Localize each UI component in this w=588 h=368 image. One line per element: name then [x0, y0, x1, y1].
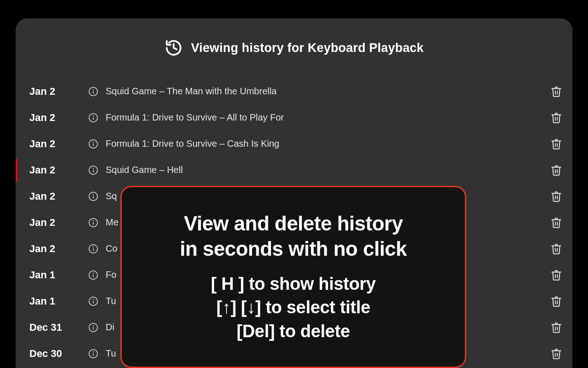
trash-icon[interactable]	[550, 295, 562, 307]
info-icon[interactable]	[88, 218, 106, 228]
history-title: Squid Game – Hell	[106, 165, 183, 175]
info-icon[interactable]	[88, 86, 106, 97]
history-title: Co	[106, 243, 118, 254]
info-icon[interactable]	[88, 270, 106, 280]
svg-point-7	[93, 115, 94, 116]
svg-point-12	[93, 141, 94, 142]
svg-point-17	[93, 167, 94, 168]
history-row[interactable]: Jan 2Formula 1: Drive to Survive – Cash …	[16, 131, 572, 157]
history-header: Viewing history for Keyboard Playback	[16, 39, 572, 57]
history-date: Jan 2	[29, 112, 88, 124]
svg-point-22	[93, 194, 94, 195]
history-title: Me	[106, 217, 119, 228]
history-row[interactable]: Jan 2Squid Game – Hell	[16, 157, 572, 183]
trash-icon[interactable]	[550, 190, 562, 202]
svg-point-52	[93, 351, 94, 352]
trash-icon[interactable]	[550, 86, 562, 98]
svg-point-27	[93, 220, 94, 221]
history-title: Sq	[106, 191, 117, 201]
trash-icon[interactable]	[550, 164, 562, 176]
info-icon[interactable]	[88, 244, 106, 254]
history-date: Jan 2	[29, 86, 88, 98]
history-title: Fo	[106, 270, 116, 280]
page-title: Viewing history for Keyboard Playback	[191, 41, 424, 55]
history-title: Di	[106, 322, 114, 333]
trash-icon[interactable]	[550, 322, 562, 334]
history-title: Formula 1: Drive to Survive – Cash Is Ki…	[106, 138, 279, 149]
svg-point-42	[93, 299, 94, 299]
svg-point-32	[93, 246, 94, 247]
trash-icon[interactable]	[550, 217, 562, 229]
history-title: Tu	[106, 348, 116, 359]
history-title: Formula 1: Drive to Survive – All to Pla…	[106, 112, 284, 123]
history-date: Jan 1	[29, 269, 88, 281]
trash-icon[interactable]	[550, 348, 562, 360]
popup-heading: View and delete history in seconds with …	[180, 211, 407, 261]
popup-hints: [ H ] to show history [↑] [↓] to select …	[211, 272, 376, 343]
history-row[interactable]: Jan 2Squid Game – The Man with the Umbre…	[16, 78, 572, 104]
info-icon[interactable]	[88, 322, 106, 333]
info-icon[interactable]	[88, 139, 106, 149]
history-date: Dec 31	[29, 322, 88, 334]
info-icon[interactable]	[88, 165, 106, 175]
history-date: Jan 1	[29, 295, 88, 307]
history-date: Dec 30	[29, 348, 88, 360]
history-date: Jan 2	[29, 217, 88, 229]
trash-icon[interactable]	[550, 112, 562, 124]
selection-marker	[16, 159, 17, 182]
svg-point-2	[93, 89, 94, 90]
info-icon[interactable]	[88, 296, 106, 306]
history-date: Jan 2	[29, 190, 88, 202]
history-title: Squid Game – The Man with the Umbrella	[106, 86, 277, 97]
history-date: Jan 2	[29, 243, 88, 255]
svg-point-47	[93, 325, 94, 326]
svg-point-37	[93, 272, 94, 273]
trash-icon[interactable]	[550, 269, 562, 281]
history-title: Tu	[106, 296, 116, 306]
help-popup: View and delete history in seconds with …	[120, 186, 466, 368]
trash-icon[interactable]	[550, 243, 562, 255]
info-icon[interactable]	[88, 349, 106, 359]
history-row[interactable]: Jan 2Formula 1: Drive to Survive – All t…	[16, 104, 572, 131]
history-icon	[164, 39, 183, 57]
trash-icon[interactable]	[550, 138, 562, 150]
history-date: Jan 2	[29, 164, 88, 176]
history-date: Jan 2	[29, 138, 88, 150]
info-icon[interactable]	[88, 191, 106, 201]
info-icon[interactable]	[88, 113, 106, 123]
